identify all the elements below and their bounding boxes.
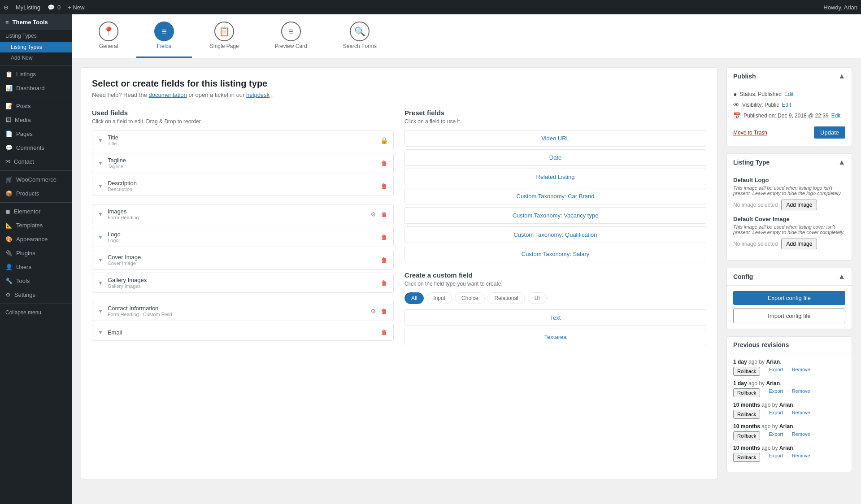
delete-description-button[interactable]: 🗑 xyxy=(380,182,388,191)
export-1-link[interactable]: Export xyxy=(769,367,783,376)
listing-type-collapse[interactable]: ▲ xyxy=(838,158,845,166)
custom-type-textarea[interactable]: Textarea xyxy=(404,329,706,345)
field-row-gallery-images[interactable]: ▼ Gallery Images Gallery Images 🗑 xyxy=(92,273,394,293)
remove-2-link[interactable]: Remove xyxy=(792,388,810,397)
preset-custom-taxonomy-qualification[interactable]: Custom Taxonomy: Qualification xyxy=(404,226,706,243)
export-config-button[interactable]: Export config file xyxy=(733,291,845,305)
documentation-link[interactable]: documentation xyxy=(149,91,187,98)
preset-custom-taxonomy-car-brand[interactable]: Custom Taxonomy: Car Brand xyxy=(404,188,706,204)
delete-cover-image-button[interactable]: 🗑 xyxy=(380,256,388,265)
delete-images-button[interactable]: 🗑 xyxy=(380,210,388,219)
import-config-button[interactable]: Import config file xyxy=(733,308,845,323)
plugins-label: Plugins xyxy=(16,250,35,256)
sidebar-item-listings[interactable]: 📋 Listings xyxy=(0,67,72,81)
rollback-3-button[interactable]: Rollback xyxy=(733,410,760,419)
tab-fields[interactable]: ≡ Fields xyxy=(136,14,192,58)
sidebar-item-users[interactable]: 👤 Users xyxy=(0,260,72,274)
export-4-link[interactable]: Export xyxy=(769,431,783,440)
export-2-link[interactable]: Export xyxy=(769,388,783,397)
add-logo-image-button[interactable]: Add Image xyxy=(781,200,817,210)
tab-preview-card[interactable]: ≡ Preview Card xyxy=(257,14,325,58)
cf-tab-choice[interactable]: Choice xyxy=(455,292,485,304)
export-3-link[interactable]: Export xyxy=(769,410,783,419)
new-item[interactable]: + New xyxy=(68,4,84,11)
status-edit-link[interactable]: Edit xyxy=(784,91,794,97)
comments-menu-label: Comments xyxy=(16,144,44,151)
field-row-email[interactable]: ▼ Email 🗑 xyxy=(92,324,394,341)
field-row-description[interactable]: ▼ Description Description 🗑 xyxy=(92,176,394,196)
field-row-title[interactable]: ▼ Title Title 🔒 xyxy=(92,130,394,150)
default-cover-field: Default Cover Image This image will be u… xyxy=(733,216,845,249)
preset-video-url[interactable]: Video URL xyxy=(404,130,706,147)
tab-search-forms[interactable]: 🔍 Search Forms xyxy=(325,14,395,58)
tab-single-page[interactable]: 📋 Single Page xyxy=(192,14,257,58)
add-cover-image-button[interactable]: Add Image xyxy=(781,239,817,249)
publish-box-collapse[interactable]: ▲ xyxy=(838,72,845,80)
field-row-logo[interactable]: ▼ Logo Logo 🗑 xyxy=(92,227,394,247)
sidebar-item-elementor[interactable]: ◼ Elementor xyxy=(0,204,72,218)
tab-general[interactable]: 📍 General xyxy=(81,14,136,58)
export-5-link[interactable]: Export xyxy=(769,453,783,462)
settings-images-button[interactable]: ⚙ xyxy=(370,210,377,219)
field-info-gallery-images: Gallery Images Gallery Images xyxy=(108,277,380,289)
move-to-trash-button[interactable]: Move to Trash xyxy=(733,130,767,136)
sidebar-item-products[interactable]: 📦 Products xyxy=(0,187,72,200)
sidebar-item-posts[interactable]: 📝 Posts xyxy=(0,99,72,113)
delete-contact-info-button[interactable]: 🗑 xyxy=(380,307,388,316)
config-collapse[interactable]: ▲ xyxy=(838,273,845,281)
field-row-cover-image[interactable]: ▼ Cover Image Cover Image 🗑 xyxy=(92,250,394,270)
field-row-images[interactable]: ▼ Images Form Heading ⚙ 🗑 xyxy=(92,204,394,224)
delete-gallery-images-button[interactable]: 🗑 xyxy=(380,278,388,287)
rollback-4-button[interactable]: Rollback xyxy=(733,431,760,440)
sidebar-item-add-new[interactable]: Add New xyxy=(0,52,72,63)
sidebar-item-tools[interactable]: 🔧 Tools xyxy=(0,274,72,288)
visibility-edit-link[interactable]: Edit xyxy=(782,102,791,108)
helpdesk-link[interactable]: helpdesk xyxy=(246,91,270,98)
settings-contact-info-button[interactable]: ⚙ xyxy=(370,307,377,316)
collapse-menu-button[interactable]: Collapse menu xyxy=(0,306,72,319)
delete-tagline-button[interactable]: 🗑 xyxy=(380,159,388,168)
revision-meta-5: 10 months ago by Arian. xyxy=(733,445,845,451)
preset-custom-taxonomy-vacancy-type[interactable]: Custom Taxonomy: Vacancy type xyxy=(404,207,706,224)
sidebar-item-appearance[interactable]: 🎨 Appearance xyxy=(0,232,72,246)
sidebar-item-plugins[interactable]: 🔌 Plugins xyxy=(0,246,72,260)
tab-search-forms-icon: 🔍 xyxy=(350,22,370,41)
rollback-5-button[interactable]: Rollback xyxy=(733,453,760,462)
field-row-contact-info[interactable]: ▼ Contact Information Form Heading · Cus… xyxy=(92,301,394,321)
sidebar-item-dashboard[interactable]: 📊 Dashboard xyxy=(0,81,72,95)
site-name-item[interactable]: MyListing xyxy=(16,4,40,11)
cf-tab-relational[interactable]: Relational xyxy=(487,292,525,304)
rollback-1-button[interactable]: Rollback xyxy=(733,367,760,376)
remove-5-link[interactable]: Remove xyxy=(792,453,810,462)
sidebar-item-listing-types[interactable]: Listing Types xyxy=(0,42,72,52)
remove-3-link[interactable]: Remove xyxy=(792,410,810,419)
cf-tab-ui[interactable]: UI xyxy=(528,292,547,304)
sidebar-item-woocommerce[interactable]: 🛒 WooCommerce xyxy=(0,173,72,187)
no-image-text-cover: No image selected xyxy=(733,241,778,247)
field-info-images: Images Form Heading xyxy=(108,208,370,220)
cf-tab-input[interactable]: Input xyxy=(426,292,452,304)
remove-1-link[interactable]: Remove xyxy=(792,367,810,376)
delete-logo-button[interactable]: 🗑 xyxy=(380,233,388,242)
published-edit-link[interactable]: Edit xyxy=(831,113,841,119)
sidebar-item-contact[interactable]: ✉ Contact xyxy=(0,155,72,169)
preset-date[interactable]: Date xyxy=(404,149,706,166)
rollback-2-button[interactable]: Rollback xyxy=(733,388,760,397)
preset-custom-taxonomy-salary[interactable]: Custom Taxonomy: Salary xyxy=(404,246,706,262)
sidebar-item-pages[interactable]: 📄 Pages xyxy=(0,127,72,141)
sidebar-item-templates[interactable]: 📐 Templates xyxy=(0,218,72,232)
wp-logo-item[interactable]: ⊕ xyxy=(4,4,9,11)
remove-4-link[interactable]: Remove xyxy=(792,431,810,440)
custom-type-text[interactable]: Text xyxy=(404,309,706,326)
sidebar-item-comments[interactable]: 💬 Comments xyxy=(0,141,72,155)
update-button[interactable]: Update xyxy=(814,126,845,139)
theme-tools-header[interactable]: ≡ Theme Tools xyxy=(0,14,72,30)
cf-tab-all[interactable]: All xyxy=(404,292,424,304)
preset-related-listing[interactable]: Related Listing xyxy=(404,169,706,185)
field-row-tagline[interactable]: ▼ Tagline Tagline 🗑 xyxy=(92,153,394,173)
sidebar-item-media[interactable]: 🖼 Media xyxy=(0,113,72,127)
sidebar-item-settings[interactable]: ⚙ Settings xyxy=(0,288,72,302)
comments-item[interactable]: 💬 0 xyxy=(48,4,61,11)
delete-email-button[interactable]: 🗑 xyxy=(380,328,388,337)
used-fields-title: Used fields xyxy=(92,109,394,117)
